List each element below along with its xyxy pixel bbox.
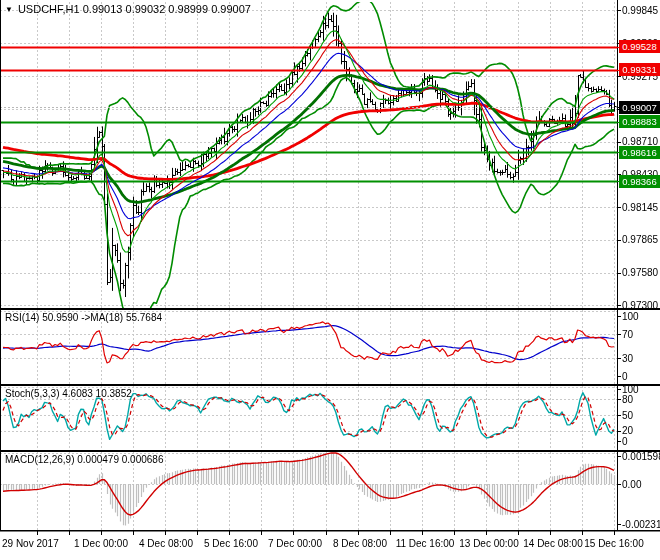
stoch-axis-label: 100 — [622, 384, 639, 395]
level-label-resistance[interactable]: 0.99528 — [619, 40, 660, 53]
rsi-axis-label: 100 — [622, 311, 639, 322]
time-axis-label: 15 Dec 16:00 — [584, 538, 644, 549]
time-axis-label: 14 Dec 08:00 — [523, 538, 583, 549]
rsi-axis-label: 30 — [622, 353, 633, 364]
macd-axis-label: 0.00 — [622, 479, 641, 490]
time-axis-label: 7 Dec 00:00 — [268, 538, 322, 549]
time-axis-label: 29 Nov 2017 — [2, 538, 59, 549]
macd-axis-label: 0.001598 — [622, 451, 660, 462]
trading-chart-window: 0.998450.995600.992750.989900.987100.984… — [0, 0, 660, 560]
price-axis-label: 0.97580 — [622, 267, 658, 278]
stoch-indicator-label: Stoch(5,3,3) 4.6083 10.3852 — [5, 388, 132, 399]
level-label-resistance[interactable]: 0.99331 — [619, 63, 660, 76]
axis-labels-overlay: 0.998450.995600.992750.989900.987100.984… — [0, 0, 660, 560]
stoch-axis-label: 0 — [622, 436, 628, 447]
symbol-dropdown-icon[interactable]: ▼ — [5, 5, 13, 14]
stoch-axis-label: 50 — [622, 410, 633, 421]
level-label-bid[interactable]: 0.99007 — [619, 101, 660, 114]
symbol-ohlc-title: USDCHF,H1 0.99013 0.99032 0.98999 0.9900… — [18, 3, 251, 15]
time-axis-label: 8 Dec 08:00 — [333, 538, 387, 549]
level-label-support[interactable]: 0.98616 — [619, 146, 660, 159]
stoch-axis-label: 80 — [622, 394, 633, 405]
rsi-axis-label: 0 — [622, 371, 628, 382]
price-axis-label: 0.98145 — [622, 202, 658, 213]
time-axis-label: 4 Dec 08:00 — [139, 538, 193, 549]
time-axis-label: 1 Dec 00:00 — [74, 538, 128, 549]
price-axis-label: 0.97865 — [622, 234, 658, 245]
price-axis-label: 0.99845 — [622, 5, 658, 16]
rsi-axis-label: 70 — [622, 329, 633, 340]
macd-axis-label: -0.00231 — [622, 519, 660, 530]
stoch-axis-label: 20 — [622, 425, 633, 436]
macd-indicator-label: MACD(12,26,9) 0.000479 0.000686 — [5, 454, 163, 465]
chart-title-bar: ▼USDCHF,H1 0.99013 0.99032 0.98999 0.990… — [5, 3, 251, 15]
price-axis-label: 0.97300 — [622, 300, 658, 311]
level-label-support[interactable]: 0.98883 — [619, 115, 660, 128]
time-axis-label: 11 Dec 16:00 — [396, 538, 455, 549]
time-axis-label: 5 Dec 16:00 — [204, 538, 258, 549]
rsi-indicator-label: RSI(14) 50.9590 ->MA(18) 55.7684 — [5, 312, 162, 323]
level-label-support[interactable]: 0.98366 — [619, 175, 660, 188]
time-axis-label: 13 Dec 00:00 — [459, 538, 519, 549]
